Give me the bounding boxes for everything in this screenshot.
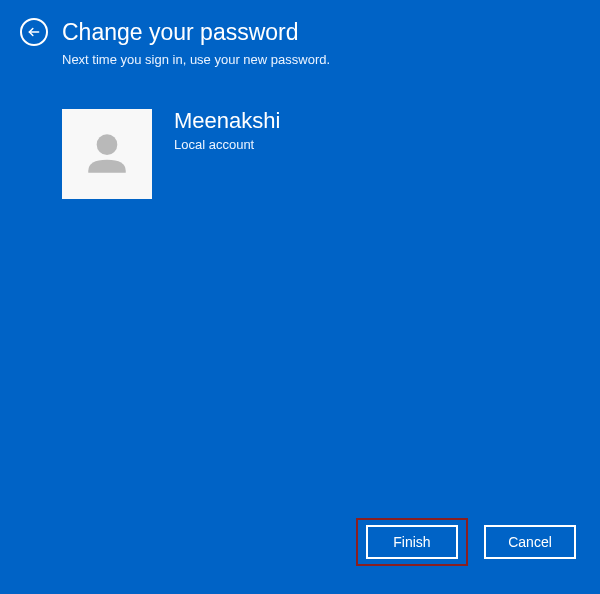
- page-title: Change your password: [62, 19, 299, 46]
- user-icon: [77, 124, 137, 184]
- back-button[interactable]: [20, 18, 48, 46]
- finish-button[interactable]: Finish: [366, 525, 458, 559]
- user-name: Meenakshi: [174, 109, 280, 133]
- cancel-button[interactable]: Cancel: [484, 525, 576, 559]
- avatar: [62, 109, 152, 199]
- footer-buttons: Finish Cancel: [356, 518, 576, 566]
- user-info: Meenakshi Local account: [0, 109, 600, 199]
- finish-highlight: Finish: [356, 518, 468, 566]
- page-subtitle: Next time you sign in, use your new pass…: [0, 52, 600, 67]
- back-arrow-icon: [27, 25, 41, 39]
- account-type-label: Local account: [174, 137, 280, 152]
- svg-point-1: [97, 134, 118, 155]
- header: Change your password: [0, 0, 600, 50]
- user-text: Meenakshi Local account: [174, 109, 280, 152]
